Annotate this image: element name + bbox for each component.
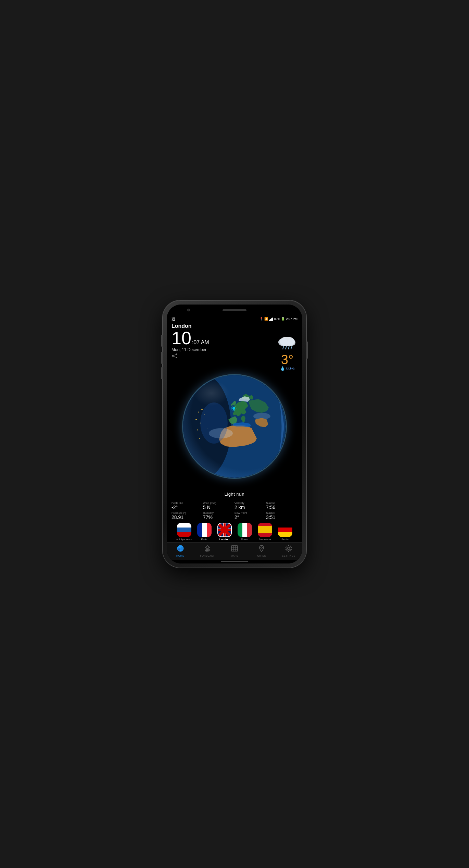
- svg-line-10: [288, 346, 289, 349]
- city-item-barcelona[interactable]: Barcelona: [255, 523, 274, 541]
- location-icon: 📍: [259, 317, 263, 321]
- sunset-value: 3:51: [266, 514, 297, 520]
- wind-label: Wind (m/s): [203, 501, 234, 505]
- maps-icon: [231, 545, 238, 554]
- feels-like-label: Feels like: [172, 501, 203, 505]
- city-item-london[interactable]: London: [215, 523, 234, 541]
- weather-details: Feels like -2° Wind (m/s) 5 N Visibility…: [167, 499, 302, 521]
- cloud-rain-icon: [277, 335, 297, 353]
- humidity-item: Humidity 77%: [203, 511, 234, 520]
- rain-chance: 💧 60%: [280, 366, 294, 371]
- nav-home-label: HOME: [176, 555, 184, 557]
- wind-item: Wind (m/s) 5 N: [203, 501, 234, 510]
- visibility-value: 2 km: [234, 505, 266, 510]
- image-icon: 🖼: [172, 317, 175, 321]
- signal-bars: [269, 317, 273, 321]
- cities-icon: [258, 545, 265, 554]
- svg-point-29: [178, 548, 180, 550]
- home-bar[interactable]: [221, 561, 248, 562]
- svg-point-6: [278, 338, 288, 346]
- svg-line-8: [283, 346, 284, 349]
- pressure-item: Pressure (") 28.91: [172, 511, 203, 520]
- battery-percent: 89%: [274, 317, 280, 321]
- city-item-berlin[interactable]: Berlin: [276, 523, 294, 541]
- city-label-ulyanovsk: ✦ Ulyanovsk: [176, 538, 192, 541]
- phone-inner: 🖼 📍 📶 89% 🔋 2:07 PM: [167, 305, 302, 563]
- humidity-label: Humidity: [203, 511, 234, 514]
- flag-spain: [258, 523, 272, 537]
- visibility-label: Visibility: [234, 501, 266, 505]
- svg-line-9: [286, 346, 287, 349]
- sunset-label: Sunset: [266, 511, 297, 514]
- flag-france: [197, 523, 212, 537]
- settings-icon: [285, 545, 292, 554]
- svg-point-44: [261, 547, 263, 548]
- nav-maps[interactable]: MAPS: [226, 545, 243, 557]
- sunrise-label: Sunrise: [266, 501, 297, 505]
- sunrise-item: Sunrise 7:56: [266, 501, 297, 510]
- nav-home[interactable]: HOME: [172, 545, 189, 557]
- nav-cities[interactable]: CITIES: [253, 545, 270, 557]
- status-time: 2:07 PM: [286, 317, 297, 321]
- svg-point-32: [206, 546, 209, 549]
- sunset-item: Sunset 3:51: [266, 511, 297, 520]
- humidity-value: 77%: [203, 514, 234, 520]
- flag-russia: [177, 523, 191, 537]
- svg-point-7: [287, 339, 295, 346]
- sunrise-value: 7:56: [266, 505, 297, 510]
- dew-point-item: Dew Point 2°: [234, 511, 266, 520]
- city-label-barcelona: Barcelona: [258, 538, 271, 541]
- nav-settings-label: SETTINGS: [282, 555, 295, 557]
- earth-container[interactable]: Light rain: [167, 353, 302, 499]
- city-item-ulyanovsk[interactable]: ✦ Ulyanovsk: [175, 523, 193, 541]
- status-left: 🖼: [172, 317, 175, 321]
- nav-cities-label: CITIES: [257, 555, 266, 557]
- condition-label: Light rain: [167, 492, 302, 497]
- temp-display: 3°: [281, 353, 293, 366]
- status-right: 📍 📶 89% 🔋 2:07 PM: [259, 317, 297, 321]
- feels-like-value: -2°: [172, 505, 203, 510]
- city-label-rome: Rome: [241, 538, 248, 541]
- home-icon: [177, 545, 184, 554]
- nav-settings[interactable]: SETTINGS: [280, 545, 297, 557]
- bottom-nav: HOME FORECAST: [167, 542, 302, 560]
- city-item-rome[interactable]: Rome: [235, 523, 254, 541]
- pressure-value: 28.91: [172, 514, 203, 520]
- svg-line-3: [173, 354, 177, 356]
- svg-point-14: [201, 409, 203, 410]
- city-label-berlin: Berlin: [281, 538, 288, 541]
- flag-italy: [238, 523, 252, 537]
- main-content: London 10 :07 AM Mon, 11 December: [167, 322, 302, 542]
- city-item-paris[interactable]: Paris: [195, 523, 214, 541]
- svg-point-20: [197, 429, 198, 430]
- wifi-icon: 📶: [264, 317, 268, 321]
- earth-globe: [183, 375, 286, 478]
- speaker: [223, 309, 246, 311]
- nav-forecast[interactable]: FORECAST: [199, 545, 216, 557]
- svg-point-38: [205, 549, 208, 552]
- wind-value: 5 N: [203, 505, 234, 510]
- svg-point-25: [200, 402, 228, 444]
- flag-uk: [217, 523, 232, 537]
- svg-line-4: [173, 356, 177, 358]
- dew-point-value: 2°: [234, 514, 266, 520]
- screen: 🖼 📍 📶 89% 🔋 2:07 PM: [167, 315, 302, 563]
- svg-point-45: [288, 547, 290, 550]
- svg-point-30: [180, 547, 183, 550]
- svg-point-26: [232, 407, 235, 410]
- svg-point-15: [198, 411, 199, 412]
- time-small: :07 AM: [192, 339, 209, 346]
- city-label-london: London: [219, 538, 229, 541]
- phone-outer: 🖼 📍 📶 89% 🔋 2:07 PM: [163, 300, 306, 568]
- city-selector: ✦ Ulyanovsk Paris London Rome: [167, 521, 302, 542]
- weather-top-right: 3° 💧 60%: [277, 335, 297, 371]
- svg-point-17: [195, 419, 197, 420]
- flag-germany: [278, 523, 292, 537]
- dew-point-label: Dew Point: [234, 511, 266, 514]
- visibility-item: Visibility 2 km: [234, 501, 266, 510]
- svg-point-22: [199, 438, 200, 439]
- svg-rect-39: [231, 546, 238, 551]
- front-camera: [187, 309, 190, 311]
- phone-top-bar: [167, 305, 302, 315]
- nav-maps-label: MAPS: [231, 555, 238, 557]
